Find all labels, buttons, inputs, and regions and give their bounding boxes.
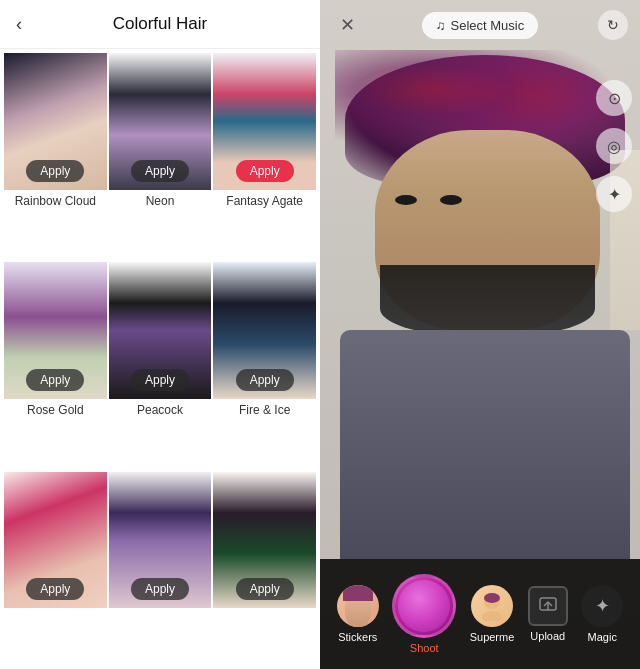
apply-button-9[interactable]: Apply xyxy=(236,578,294,600)
camera-top-bar: ✕ ♫ Select Music ↻ xyxy=(320,0,640,50)
left-panel: ‹ Colorful Hair ApplyRainbow CloudApplyN… xyxy=(0,0,320,669)
music-icon: ♫ xyxy=(436,18,446,33)
hair-style-label-8 xyxy=(109,608,212,618)
filter-icon-button[interactable]: ◎ xyxy=(596,128,632,164)
apply-button-7[interactable]: Apply xyxy=(26,578,84,600)
upload-label: Upload xyxy=(530,630,565,642)
hair-style-label-5: Peacock xyxy=(109,399,212,423)
left-header: ‹ Colorful Hair xyxy=(0,0,320,49)
upload-icon xyxy=(528,586,568,626)
page-title: Colorful Hair xyxy=(16,14,304,34)
upload-button[interactable]: Upload xyxy=(528,586,568,642)
hair-style-cell-9: Apply xyxy=(213,472,316,665)
superme-button[interactable]: Superme xyxy=(470,585,515,643)
hair-style-item-9[interactable]: Apply xyxy=(213,472,316,609)
svg-point-2 xyxy=(484,593,500,603)
stickers-label: Stickers xyxy=(338,631,377,643)
apply-button-1[interactable]: Apply xyxy=(26,160,84,182)
hair-style-cell-5: ApplyPeacock xyxy=(109,262,212,469)
shoot-label: Shoot xyxy=(410,642,439,654)
apply-button-6[interactable]: Apply xyxy=(236,369,294,391)
beauty-icon-button[interactable]: ✦ xyxy=(596,176,632,212)
hair-style-cell-4: ApplyRose Gold xyxy=(4,262,107,469)
hair-style-label-4: Rose Gold xyxy=(4,399,107,423)
hair-style-item-7[interactable]: Apply xyxy=(4,472,107,609)
select-music-button[interactable]: ♫ Select Music xyxy=(422,12,538,39)
magic-icon: ✦ xyxy=(581,585,623,627)
close-camera-button[interactable]: ✕ xyxy=(332,10,362,40)
apply-button-3[interactable]: Apply xyxy=(236,160,294,182)
hair-style-item-1[interactable]: Apply xyxy=(4,53,107,190)
svg-point-1 xyxy=(482,611,502,621)
hair-style-label-9 xyxy=(213,608,316,618)
hair-style-item-4[interactable]: Apply xyxy=(4,262,107,399)
sticker-avatar-icon xyxy=(337,585,379,627)
timer-icon: ⊙ xyxy=(608,89,621,108)
shoot-circle-inner xyxy=(398,580,450,632)
superme-icon xyxy=(471,585,513,627)
shoot-button[interactable]: Shoot xyxy=(392,574,456,654)
apply-button-8[interactable]: Apply xyxy=(131,578,189,600)
hair-style-cell-8: Apply xyxy=(109,472,212,665)
apply-button-4[interactable]: Apply xyxy=(26,369,84,391)
back-button[interactable]: ‹ xyxy=(16,14,22,35)
flip-camera-button[interactable]: ↻ xyxy=(598,10,628,40)
hair-style-label-7 xyxy=(4,608,107,618)
hair-style-item-2[interactable]: Apply xyxy=(109,53,212,190)
hair-style-item-3[interactable]: Apply xyxy=(213,53,316,190)
right-panel: ✕ ♫ Select Music ↻ ⊙ ◎ ✦ Stickers Shoo xyxy=(320,0,640,669)
hair-style-item-6[interactable]: Apply xyxy=(213,262,316,399)
magic-button[interactable]: ✦ Magic xyxy=(581,585,623,643)
select-music-label: Select Music xyxy=(451,18,525,33)
beauty-icon: ✦ xyxy=(608,185,621,204)
hair-style-item-8[interactable]: Apply xyxy=(109,472,212,609)
filter-icon: ◎ xyxy=(607,137,621,156)
hair-style-cell-6: ApplyFire & Ice xyxy=(213,262,316,469)
superme-label: Superme xyxy=(470,631,515,643)
side-icons-panel: ⊙ ◎ ✦ xyxy=(596,80,632,212)
hair-style-cell-1: ApplyRainbow Cloud xyxy=(4,53,107,260)
hair-style-label-6: Fire & Ice xyxy=(213,399,316,423)
magic-label: Magic xyxy=(588,631,617,643)
hair-style-label-2: Neon xyxy=(109,190,212,214)
apply-button-5[interactable]: Apply xyxy=(131,369,189,391)
apply-button-2[interactable]: Apply xyxy=(131,160,189,182)
stickers-button[interactable]: Stickers xyxy=(337,585,379,643)
bottom-toolbar: Stickers Shoot Superme xyxy=(320,559,640,669)
hair-style-cell-3: ApplyFantasy Agate xyxy=(213,53,316,260)
hair-style-cell-2: ApplyNeon xyxy=(109,53,212,260)
timer-icon-button[interactable]: ⊙ xyxy=(596,80,632,116)
hair-styles-grid: ApplyRainbow CloudApplyNeonApplyFantasy … xyxy=(0,49,320,669)
hair-style-label-3: Fantasy Agate xyxy=(213,190,316,214)
hair-style-item-5[interactable]: Apply xyxy=(109,262,212,399)
hair-style-cell-7: Apply xyxy=(4,472,107,665)
hair-style-label-1: Rainbow Cloud xyxy=(4,190,107,214)
shoot-circle-button[interactable] xyxy=(392,574,456,638)
